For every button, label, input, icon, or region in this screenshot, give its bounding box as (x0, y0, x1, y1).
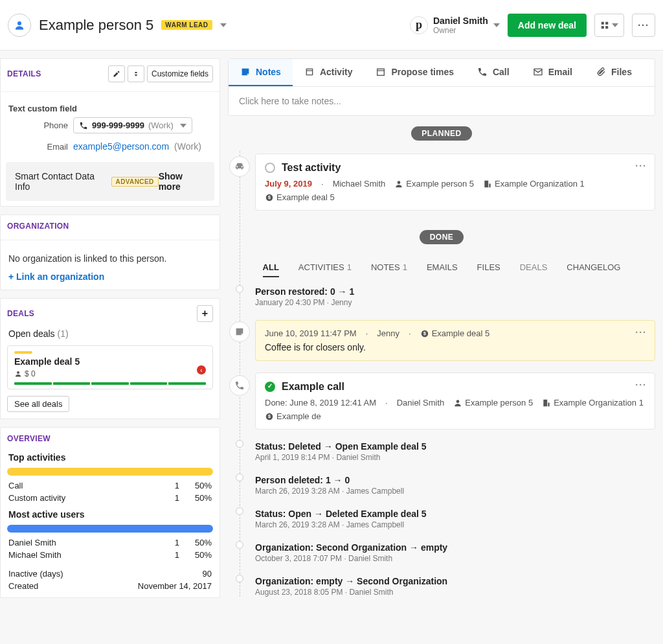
user-stat-row: Michael Smith150% (1, 549, 219, 561)
deal-warning-icon (197, 365, 206, 374)
edit-details-button[interactable] (108, 65, 125, 82)
activity-status-done[interactable] (265, 382, 275, 392)
tab-activity[interactable]: Activity (293, 59, 365, 86)
notes-input[interactable]: Click here to take notes... (229, 87, 655, 115)
expand-details-button[interactable] (128, 65, 144, 82)
svg-rect-1 (601, 21, 604, 24)
svg-text:$: $ (423, 331, 426, 336)
activity-stat-row: Custom activity150% (1, 492, 219, 504)
calendar-icon (304, 67, 315, 77)
subtab-emails[interactable]: EMAILS (427, 259, 458, 277)
pencil-icon (113, 70, 120, 78)
smart-contact-box: Smart Contact Data Info ADVANCED Show mo… (6, 162, 214, 201)
add-deal-button[interactable]: Add new deal (508, 14, 587, 37)
changelog-entry: Person restored: 0 → 1 January 20 4:30 P… (255, 286, 655, 307)
activity-status-circle[interactable] (265, 163, 275, 173)
email-type: (Work) (174, 141, 201, 152)
subtab-notes[interactable]: NOTES1 (371, 259, 407, 277)
open-deals-count: (1) (58, 328, 69, 339)
subtab-deals[interactable]: DEALS (520, 259, 548, 277)
note-date: June 10, 2019 11:47 PM (265, 328, 357, 338)
call-owner: Daniel Smith (397, 398, 445, 408)
subtab-all[interactable]: ALL (263, 259, 279, 277)
tab-notes[interactable]: Notes (229, 59, 293, 86)
activity-title: Test activity (282, 162, 341, 174)
overview-panel: OVERVIEW Top activities Call150% Custom … (0, 427, 220, 598)
activity-owner: Michael Smith (333, 179, 386, 189)
svg-text:$: $ (268, 414, 271, 419)
subtab-files[interactable]: FILES (477, 259, 500, 277)
most-active-header: Most active users (1, 504, 219, 521)
note-text: Coffee is for closers only. (265, 342, 646, 352)
timeline-dot (236, 474, 243, 481)
more-menu-button[interactable]: ··· (632, 14, 655, 37)
note-author: Jenny (377, 328, 399, 338)
see-all-deals-button[interactable]: See all deals (7, 396, 69, 412)
page-title: Example person 5 (39, 17, 153, 34)
top-activities-header: Top activities (1, 447, 219, 464)
person-icon (453, 398, 462, 408)
building-icon (483, 179, 492, 189)
person-icon (14, 370, 22, 378)
customize-fields-button[interactable]: Customize fields (147, 65, 213, 82)
svg-point-5 (17, 371, 19, 374)
svg-rect-3 (601, 26, 604, 29)
smart-contact-label: Smart Contact Data Info (15, 171, 106, 192)
svg-point-12 (456, 400, 460, 403)
subtab-activities[interactable]: ACTIVITIES1 (298, 259, 352, 277)
subtab-changelog[interactable]: CHANGELOG (567, 259, 620, 277)
paperclip-icon (596, 67, 606, 77)
deal-card[interactable]: Example deal 5 $ 0 (7, 345, 213, 389)
calendar-plus-icon (376, 67, 386, 77)
tab-call[interactable]: Call (466, 59, 521, 86)
deal-progress (14, 382, 206, 385)
timeline-dot (236, 541, 243, 549)
note-card[interactable]: ··· June 10, 2019 11:47 PM· Jenny· $Exam… (255, 320, 655, 361)
card-more-button[interactable]: ··· (635, 161, 647, 171)
ellipsis-icon: ··· (638, 20, 649, 30)
svg-point-7 (398, 181, 401, 184)
view-toggle-button[interactable] (594, 14, 624, 37)
updown-icon (132, 70, 140, 78)
person-icon (14, 19, 25, 31)
overview-title: OVERVIEW (7, 434, 51, 443)
grid-icon (600, 21, 609, 30)
link-organization-button[interactable]: + Link an organization (1, 271, 219, 290)
inactive-row: Inactive (days)90 (1, 568, 219, 580)
phone-icon (79, 121, 88, 130)
changelog-entry: Organization: Second Organization → empt… (255, 542, 655, 563)
call-card[interactable]: ··· Example call Done: June 8, 2019 12:4… (255, 373, 655, 430)
open-deals-label: Open deals (8, 328, 55, 339)
tab-email[interactable]: Email (521, 59, 584, 86)
timeline-dot (236, 285, 243, 293)
pipedrive-logo-icon: p (410, 16, 428, 34)
timeline-dot (236, 440, 243, 448)
deal-stage-indicator (14, 351, 32, 354)
changelog-entry: Person deleted: 1 → 0March 26, 2019 3:28… (255, 475, 655, 496)
add-deal-icon-button[interactable]: + (197, 305, 213, 322)
chevron-down-icon (612, 23, 618, 27)
custom-field-label: Text custom field (1, 97, 219, 113)
activity-composer: Notes Activity Propose times Call Email … (228, 58, 655, 116)
deal-icon: $ (265, 193, 274, 202)
planned-activity-card[interactable]: ··· Test activity July 9, 2019 · Michael… (255, 154, 655, 211)
owner-selector[interactable]: p Daniel Smith Owner (410, 16, 500, 35)
done-pill: DONE (420, 230, 464, 244)
card-more-button[interactable]: ··· (635, 327, 647, 338)
page-header: Example person 5 WARM LEAD p Daniel Smit… (0, 0, 663, 51)
email-link[interactable]: example5@person.com (73, 141, 169, 152)
svg-text:$: $ (268, 195, 271, 200)
card-more-button[interactable]: ··· (635, 380, 647, 390)
owner-role: Owner (433, 26, 488, 35)
organization-panel: ORGANIZATION No organization is linked t… (0, 214, 220, 290)
tab-files[interactable]: Files (584, 59, 644, 86)
phone-field[interactable]: 999-999-9999 (Work) (73, 117, 192, 133)
details-panel: DETAILS Customize fields Text custom fie… (0, 58, 220, 207)
note-icon (240, 67, 251, 77)
person-avatar[interactable] (8, 14, 31, 37)
show-more-link[interactable]: Show more (159, 171, 205, 192)
svg-point-0 (17, 21, 21, 25)
title-menu-caret[interactable] (220, 23, 227, 27)
organization-title: ORGANIZATION (7, 222, 69, 231)
tab-propose[interactable]: Propose times (364, 59, 465, 86)
